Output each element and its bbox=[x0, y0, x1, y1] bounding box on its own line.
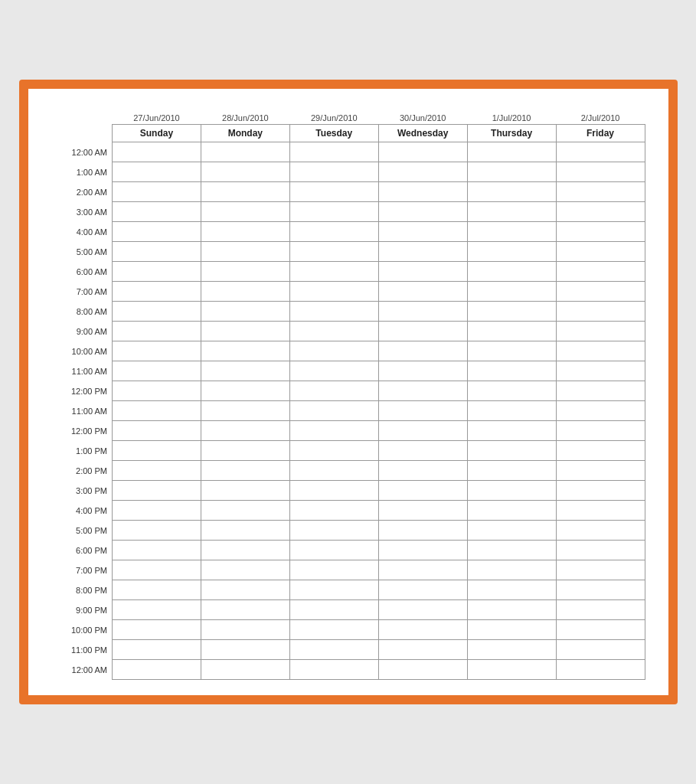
schedule-cell[interactable] bbox=[467, 182, 556, 202]
schedule-cell[interactable] bbox=[378, 521, 467, 541]
schedule-cell[interactable] bbox=[467, 322, 556, 341]
schedule-cell[interactable] bbox=[556, 600, 645, 620]
schedule-cell[interactable] bbox=[201, 441, 289, 461]
schedule-cell[interactable] bbox=[467, 242, 556, 262]
schedule-cell[interactable] bbox=[467, 501, 556, 521]
schedule-cell[interactable] bbox=[378, 461, 467, 481]
schedule-cell[interactable] bbox=[113, 162, 201, 182]
schedule-cell[interactable] bbox=[556, 242, 645, 262]
schedule-cell[interactable] bbox=[556, 660, 645, 680]
schedule-cell[interactable] bbox=[201, 521, 289, 541]
schedule-cell[interactable] bbox=[467, 580, 556, 600]
schedule-cell[interactable] bbox=[378, 361, 467, 381]
schedule-cell[interactable] bbox=[556, 541, 645, 560]
schedule-cell[interactable] bbox=[289, 162, 378, 182]
schedule-cell[interactable] bbox=[113, 182, 201, 202]
schedule-cell[interactable] bbox=[289, 262, 378, 282]
schedule-cell[interactable] bbox=[113, 381, 201, 401]
schedule-cell[interactable] bbox=[378, 242, 467, 262]
schedule-cell[interactable] bbox=[201, 660, 289, 680]
schedule-cell[interactable] bbox=[289, 222, 378, 242]
schedule-cell[interactable] bbox=[556, 381, 645, 401]
schedule-cell[interactable] bbox=[467, 541, 556, 560]
schedule-cell[interactable] bbox=[201, 322, 289, 341]
schedule-cell[interactable] bbox=[289, 501, 378, 521]
schedule-cell[interactable] bbox=[289, 560, 378, 580]
schedule-cell[interactable] bbox=[113, 521, 201, 541]
schedule-cell[interactable] bbox=[289, 341, 378, 361]
schedule-cell[interactable] bbox=[289, 600, 378, 620]
schedule-cell[interactable] bbox=[556, 282, 645, 302]
schedule-cell[interactable] bbox=[113, 302, 201, 322]
schedule-cell[interactable] bbox=[467, 341, 556, 361]
schedule-cell[interactable] bbox=[113, 441, 201, 461]
schedule-cell[interactable] bbox=[113, 461, 201, 481]
schedule-cell[interactable] bbox=[289, 441, 378, 461]
schedule-cell[interactable] bbox=[201, 640, 289, 660]
schedule-cell[interactable] bbox=[113, 222, 201, 242]
schedule-cell[interactable] bbox=[201, 202, 289, 222]
schedule-cell[interactable] bbox=[378, 441, 467, 461]
schedule-cell[interactable] bbox=[378, 222, 467, 242]
schedule-cell[interactable] bbox=[378, 162, 467, 182]
schedule-cell[interactable] bbox=[113, 580, 201, 600]
schedule-cell[interactable] bbox=[556, 580, 645, 600]
schedule-cell[interactable] bbox=[467, 302, 556, 322]
schedule-cell[interactable] bbox=[113, 202, 201, 222]
schedule-cell[interactable] bbox=[289, 302, 378, 322]
schedule-cell[interactable] bbox=[113, 541, 201, 560]
schedule-cell[interactable] bbox=[378, 202, 467, 222]
schedule-cell[interactable] bbox=[201, 501, 289, 521]
schedule-cell[interactable] bbox=[556, 361, 645, 381]
schedule-cell[interactable] bbox=[556, 620, 645, 640]
schedule-cell[interactable] bbox=[113, 262, 201, 282]
schedule-cell[interactable] bbox=[556, 162, 645, 182]
schedule-cell[interactable] bbox=[378, 401, 467, 421]
schedule-cell[interactable] bbox=[289, 481, 378, 501]
schedule-cell[interactable] bbox=[113, 401, 201, 421]
schedule-cell[interactable] bbox=[113, 660, 201, 680]
schedule-cell[interactable] bbox=[467, 142, 556, 162]
schedule-cell[interactable] bbox=[201, 142, 289, 162]
schedule-cell[interactable] bbox=[113, 481, 201, 501]
schedule-cell[interactable] bbox=[289, 521, 378, 541]
schedule-cell[interactable] bbox=[467, 461, 556, 481]
schedule-cell[interactable] bbox=[289, 322, 378, 341]
schedule-cell[interactable] bbox=[113, 282, 201, 302]
schedule-cell[interactable] bbox=[467, 441, 556, 461]
schedule-cell[interactable] bbox=[378, 560, 467, 580]
schedule-cell[interactable] bbox=[378, 481, 467, 501]
schedule-cell[interactable] bbox=[467, 361, 556, 381]
schedule-cell[interactable] bbox=[467, 660, 556, 680]
schedule-cell[interactable] bbox=[378, 660, 467, 680]
schedule-cell[interactable] bbox=[289, 381, 378, 401]
schedule-cell[interactable] bbox=[378, 182, 467, 202]
schedule-cell[interactable] bbox=[289, 620, 378, 640]
schedule-cell[interactable] bbox=[467, 381, 556, 401]
schedule-cell[interactable] bbox=[201, 381, 289, 401]
schedule-cell[interactable] bbox=[201, 282, 289, 302]
schedule-cell[interactable] bbox=[289, 182, 378, 202]
schedule-cell[interactable] bbox=[556, 560, 645, 580]
schedule-cell[interactable] bbox=[378, 421, 467, 441]
schedule-cell[interactable] bbox=[556, 461, 645, 481]
schedule-cell[interactable] bbox=[556, 262, 645, 282]
schedule-cell[interactable] bbox=[467, 620, 556, 640]
schedule-cell[interactable] bbox=[378, 322, 467, 341]
schedule-cell[interactable] bbox=[289, 660, 378, 680]
schedule-cell[interactable] bbox=[556, 501, 645, 521]
schedule-cell[interactable] bbox=[289, 202, 378, 222]
schedule-cell[interactable] bbox=[113, 501, 201, 521]
schedule-cell[interactable] bbox=[201, 600, 289, 620]
schedule-cell[interactable] bbox=[556, 142, 645, 162]
schedule-cell[interactable] bbox=[289, 282, 378, 302]
schedule-cell[interactable] bbox=[201, 421, 289, 441]
schedule-cell[interactable] bbox=[289, 361, 378, 381]
schedule-cell[interactable] bbox=[378, 620, 467, 640]
schedule-cell[interactable] bbox=[556, 202, 645, 222]
schedule-cell[interactable] bbox=[378, 541, 467, 560]
schedule-cell[interactable] bbox=[556, 341, 645, 361]
schedule-cell[interactable] bbox=[556, 441, 645, 461]
schedule-cell[interactable] bbox=[113, 142, 201, 162]
schedule-cell[interactable] bbox=[467, 600, 556, 620]
